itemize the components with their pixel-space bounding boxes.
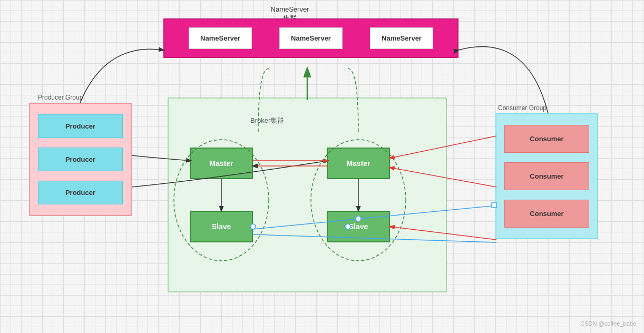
nameserver-box-3: NameServer — [370, 27, 433, 49]
producer-item-2: Producer — [38, 148, 123, 171]
nameserver-box-1: NameServer — [189, 27, 252, 49]
watermark: CSDN @coffee_babe — [580, 320, 636, 327]
arrow-producer-nameserver — [80, 49, 163, 103]
master-right: Master — [327, 148, 390, 179]
nameserver-box-2: NameServer — [279, 27, 343, 49]
master-left: Master — [190, 148, 253, 179]
broker-cluster-label: Broker集群 — [250, 116, 284, 125]
consumer-item-1: Consumer — [504, 125, 589, 153]
consumer-item-2: Consumer — [504, 162, 589, 190]
consumer-group: Consumer Consumer Consumer — [495, 113, 598, 239]
arrow-consumer-nameserver — [458, 47, 548, 113]
consumer-group-label: Consumer Group — [498, 104, 547, 112]
slave-left: Slave — [190, 211, 253, 242]
consumer-item-3: Consumer — [504, 200, 589, 228]
producer-item-1: Producer — [38, 114, 123, 138]
producer-group: Producer Producer Producer — [29, 103, 132, 216]
nameserver-cluster: NameServer NameServer NameServer — [163, 18, 458, 58]
producer-item-3: Producer — [38, 181, 123, 204]
broker-cluster — [168, 97, 447, 292]
slave-right: Slave — [327, 211, 390, 242]
producer-group-label: Producer Group — [38, 94, 83, 101]
main-container: NameServer集群 NameServer NameServer NameS… — [0, 0, 644, 333]
